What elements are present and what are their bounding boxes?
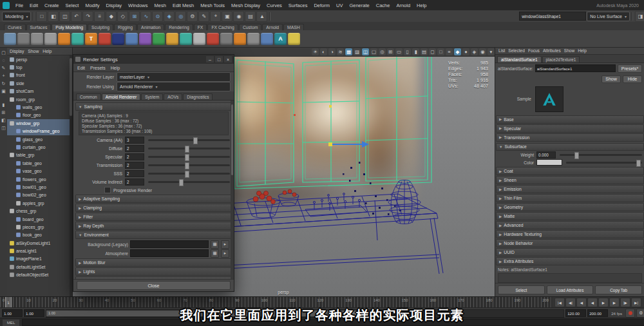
slider-value-field[interactable]: 2 (125, 170, 144, 177)
step-forward-frame-button[interactable]: ▶ (609, 298, 620, 307)
ae-footer-button[interactable]: Load Attributes (547, 285, 594, 294)
menu-item[interactable]: Mesh Tools (197, 3, 228, 8)
reflections-icon[interactable]: ◈ (471, 48, 478, 55)
slider-handle[interactable] (574, 152, 579, 159)
render-settings-section-header[interactable]: ▶ Motion Blur (75, 258, 232, 267)
shelf-light-icon[interactable] (288, 33, 300, 45)
shelf-smooth-icon[interactable] (180, 33, 192, 45)
measure-icon[interactable]: ⌖ (210, 11, 221, 22)
environment-field-input[interactable] (130, 240, 209, 248)
sidebar-toggle-icon[interactable]: ◨ (635, 11, 644, 22)
outliner-item[interactable]: defaultObjectSet (7, 271, 72, 279)
outliner-item[interactable]: windowFrame_geo (7, 128, 72, 135)
outliner-item[interactable]: front (7, 72, 72, 79)
shelf-quad-draw-icon[interactable] (112, 33, 124, 45)
vase-wireframe[interactable] (388, 180, 421, 225)
chess-pieces-wireframe[interactable] (305, 193, 367, 216)
render-settings-tab[interactable]: AOVs (164, 93, 182, 100)
grid-toggle-icon[interactable]: ⊞ (387, 48, 394, 55)
snap-grid-icon[interactable]: ⊞ (129, 11, 140, 22)
outliner-item[interactable]: apples_grp (7, 199, 72, 207)
scale-tool[interactable]: ▣ (1, 88, 6, 94)
menu-item[interactable]: Select (62, 3, 82, 8)
shelf-tab[interactable]: Sculpting (88, 24, 113, 30)
slider-handle[interactable] (179, 179, 184, 186)
shelf-tab[interactable]: Arnold (262, 24, 283, 30)
range-bar[interactable]: 1.00 120.00 (46, 311, 361, 316)
outliner-item[interactable]: shotCam (7, 88, 72, 95)
shelf-lambert-icon[interactable] (247, 33, 260, 45)
progressive-render-checkbox[interactable] (104, 187, 111, 193)
shelf-cone-icon[interactable] (44, 33, 57, 45)
outliner-item[interactable]: book_geo (7, 231, 72, 239)
texture-map-button[interactable]: ▦ (211, 240, 219, 249)
outliner-item[interactable]: board_geo (7, 215, 72, 223)
save-scene-icon[interactable]: ◫ (59, 11, 70, 22)
shelf-curve-icon[interactable] (99, 33, 111, 45)
menu-arrow-button[interactable]: ▸ (221, 240, 229, 249)
close-dialog-button[interactable]: Close (77, 281, 231, 290)
menu-item[interactable]: Help (413, 3, 430, 8)
menu-item[interactable]: Mesh Display (228, 3, 263, 8)
outliner-item[interactable]: areaLight1 (7, 247, 72, 254)
slider-value-field[interactable]: 2 (125, 145, 144, 152)
dialog-menu-item[interactable]: Edit (77, 66, 85, 70)
menu-item[interactable]: Cache (373, 3, 393, 8)
motion-blur-icon[interactable]: ≋ (337, 48, 344, 55)
field-chart-icon[interactable]: ▤ (421, 48, 428, 55)
shelf-crease-icon[interactable] (220, 33, 232, 45)
environment-section-header[interactable]: ▼ Environment (75, 231, 232, 239)
node-name-input[interactable] (535, 64, 616, 72)
outliner-item[interactable]: bowl01_geo (7, 183, 72, 191)
paint-select-tool[interactable]: ✎ (1, 65, 6, 71)
ae-menu-item[interactable]: Focus (528, 48, 540, 53)
resolution-gate-icon[interactable]: ▯ (404, 48, 411, 55)
attribute-section-header[interactable]: ▶ Hardware Texturing (496, 230, 644, 238)
paint-effects-icon[interactable]: ✎ (198, 11, 209, 22)
outliner-item[interactable]: bowl02_geo (7, 191, 72, 199)
shelf-sphere-icon[interactable] (4, 33, 16, 45)
shadows-icon[interactable]: ◐ (320, 48, 327, 55)
open-scene-icon[interactable]: ◧ (48, 11, 59, 22)
range-bar-track[interactable]: 1.00 120.00 (46, 309, 564, 318)
isolate-select-icon[interactable]: ◎ (379, 48, 386, 55)
auto-keyframe-button[interactable] (625, 309, 635, 318)
command-line-input[interactable] (22, 319, 644, 326)
step-back-frame-button[interactable]: ◀ (576, 298, 587, 307)
shelf-cube-icon[interactable] (17, 33, 30, 45)
new-scene-icon[interactable]: □ (36, 11, 47, 22)
attribute-section-header[interactable]: ▶ Geometry (496, 203, 644, 211)
render-settings-section-header[interactable]: ▶ Textures (75, 276, 232, 279)
slider-handle[interactable] (193, 137, 198, 144)
attribute-section-header[interactable]: ▼ Subsurface (496, 143, 644, 151)
hide-button[interactable]: Hide (623, 75, 642, 83)
selected-window-wireframe[interactable] (234, 51, 431, 189)
shelf-tab[interactable]: FX Caching (207, 24, 238, 30)
attribute-section-header[interactable]: ▶ Specular (496, 124, 644, 133)
redo-icon[interactable]: ↷ (82, 11, 93, 22)
render-settings-section-header[interactable]: ▶ Filter (75, 213, 232, 221)
menu-item[interactable]: Deform (310, 3, 333, 8)
rotate-tool[interactable]: ↻ (1, 81, 6, 86)
anti-aliasing-icon[interactable]: ▦ (345, 48, 352, 55)
shelf-tab[interactable]: Poly Modeling (52, 24, 87, 30)
outliner-scrollbar[interactable] (70, 55, 72, 296)
outliner-item[interactable]: room_grp (7, 95, 72, 103)
sampling-section-header[interactable]: ▼ Sampling (75, 102, 232, 111)
shelf-text-icon[interactable]: T (85, 33, 97, 45)
menu-item[interactable]: Create (41, 3, 62, 8)
outliner-item[interactable]: top (7, 63, 72, 71)
menu-item[interactable]: Arnold (393, 3, 413, 8)
menu-item[interactable]: Display (103, 3, 126, 8)
outliner-menu-item[interactable]: Display (10, 49, 24, 53)
play-forwards-button[interactable]: ▶ (598, 298, 609, 307)
live-surface-dropdown[interactable]: No Live Surface▾ (587, 12, 630, 21)
ae-menu-item[interactable]: Show (564, 48, 575, 53)
slider-track[interactable] (148, 173, 230, 175)
slider-track[interactable] (148, 181, 230, 183)
dialog-title-bar[interactable]: Render Settings –□× (73, 55, 234, 64)
slider-handle[interactable] (185, 154, 189, 161)
render-settings-tab[interactable]: Common (76, 93, 101, 100)
outliner-item[interactable]: table_grp (7, 151, 72, 159)
attribute-section-header[interactable]: ▶ Extra Attributes (496, 257, 644, 265)
